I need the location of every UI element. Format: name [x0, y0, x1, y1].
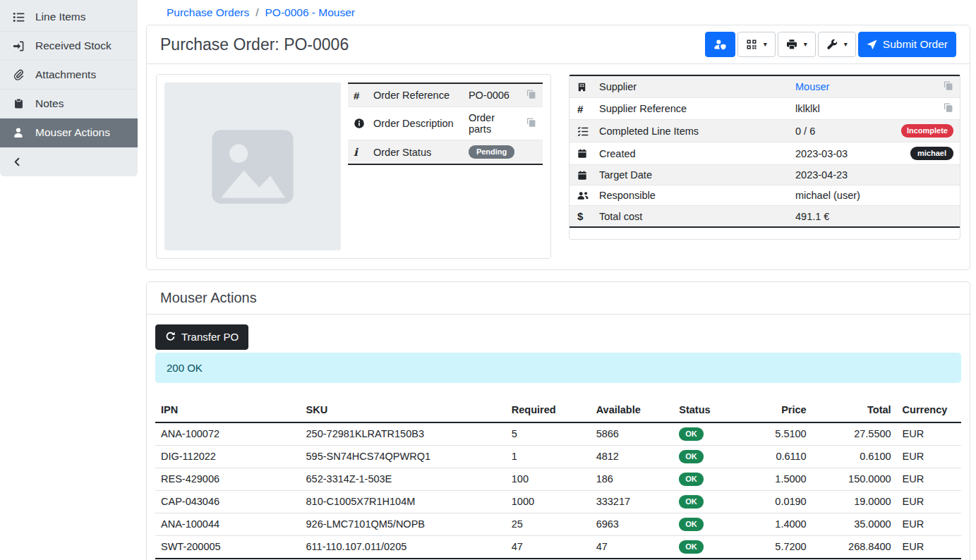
cell-currency: EUR [897, 490, 961, 513]
cell-total: 0.6100 [812, 445, 897, 468]
sidebar-item-line-items[interactable]: Line Items [0, 3, 138, 32]
detail-value: PO-0006 [464, 83, 519, 107]
calendar-icon [570, 142, 595, 165]
panel-title: Mouser Actions [147, 282, 970, 315]
sign-in-icon [12, 40, 25, 52]
cell-currency: EUR [897, 422, 961, 446]
submit-order-button[interactable]: Submit Order [858, 32, 956, 57]
cell-ipn: DIG-112022 [155, 445, 301, 468]
mouser-actions-body: Transfer PO 200 OK IPN SKU Required Avai… [147, 315, 970, 560]
detail-row-completed-line-items: Completed Line Items 0 / 6 Incomplete [570, 120, 960, 142]
cell-status: OK [673, 445, 743, 468]
cell-price: 5.7200 [744, 535, 812, 559]
transfer-po-button[interactable]: Transfer PO [155, 324, 248, 350]
cell-status: OK [673, 513, 743, 535]
purchase-order-card: Purchase Order: PO-0006 ▾ [146, 25, 970, 270]
parts-table-row: ANA-100044 926-LMC7101QM5/NOPB 25 6963 O… [155, 513, 961, 535]
cell-required: 25 [506, 513, 591, 535]
user-shield-icon [713, 39, 727, 50]
detail-label: Target Date [595, 165, 791, 185]
purchase-order-header: Purchase Order: PO-0006 ▾ [147, 25, 970, 64]
qrcode-icon [746, 39, 757, 50]
col-price: Price [744, 398, 812, 422]
col-available: Available [591, 398, 674, 422]
cell-sku: 595-SN74HCS74QPWRQ1 [301, 445, 506, 468]
supplier-link[interactable]: Mouser [795, 81, 829, 92]
order-summary-panel: # Order Reference PO-0006 Order Descript… [156, 74, 551, 259]
supplier-info-panel: Supplier Mouser # Supplier Reference lkl… [569, 74, 960, 240]
sidebar-item-attachments[interactable]: Attachments [0, 61, 138, 90]
admin-view-button[interactable] [705, 32, 735, 57]
cell-sku: 611-110.107.011/0205 [301, 535, 506, 559]
sidebar-item-notes[interactable]: Notes [0, 90, 138, 118]
parts-table: IPN SKU Required Available Status Price … [155, 398, 961, 560]
sidebar-menu: Line Items Received Stock Attachments No… [0, 0, 138, 176]
cell-available: 333217 [591, 490, 674, 513]
transfer-po-label: Transfer PO [181, 330, 239, 344]
detail-value: 491.1 € [791, 206, 875, 228]
breadcrumb-separator: / [255, 6, 258, 19]
detail-row-order-status: i Order Status Pending [348, 140, 543, 165]
status-ok-badge: OK [679, 518, 704, 531]
copy-icon[interactable] [944, 102, 953, 113]
printer-icon [786, 39, 797, 50]
parts-table-row: ANA-100072 250-72981KLRATR150B3 5 5866 O… [155, 422, 961, 446]
detail-label: Responsible [595, 185, 791, 206]
breadcrumb-current-order[interactable]: PO-0006 - Mouser [265, 6, 355, 19]
send-icon [867, 39, 877, 50]
cell-sku: 250-72981KLRATR150B3 [301, 422, 506, 446]
breadcrumb: Purchase Orders / PO-0006 - Mouser [146, 0, 970, 25]
col-required: Required [506, 398, 591, 422]
cell-available: 6963 [591, 513, 674, 535]
incomplete-badge: Incomplete [901, 124, 953, 138]
print-actions-button[interactable]: ▾ [778, 32, 816, 57]
status-alert: 200 OK [155, 353, 961, 383]
detail-value: 2023-04-23 [791, 165, 875, 185]
main-content: Purchase Orders / PO-0006 - Mouser Purch… [138, 0, 976, 560]
sidebar-item-mouser-actions[interactable]: Mouser Actions [0, 118, 138, 147]
detail-label: Order Reference [369, 83, 464, 107]
cell-ipn: CAP-043046 [155, 490, 301, 513]
barcode-actions-button[interactable]: ▾ [737, 32, 776, 57]
tools-icon [826, 39, 838, 50]
parts-table-body: ANA-100072 250-72981KLRATR150B3 5 5866 O… [155, 422, 961, 559]
parts-table-header: IPN SKU Required Available Status Price … [155, 398, 961, 422]
cell-price: 0.0190 [744, 490, 812, 513]
cell-status: OK [673, 468, 743, 490]
cell-sku: 926-LMC7101QM5/NOPB [301, 513, 506, 535]
detail-row-order-description: Order Description Order parts [348, 107, 543, 140]
detail-row-total-cost: $ Total cost 491.1 € [570, 206, 960, 228]
cell-available: 5866 [591, 422, 674, 446]
cell-price: 5.5100 [744, 422, 812, 446]
copy-icon[interactable] [944, 80, 953, 91]
detail-row-supplier: Supplier Mouser [570, 75, 960, 98]
sidebar-collapse-button[interactable] [0, 147, 138, 176]
sidebar-item-label: Received Stock [35, 39, 112, 52]
caret-down-icon: ▾ [804, 41, 807, 48]
sidebar-item-label: Mouser Actions [35, 126, 110, 139]
sidebar: Line Items Received Stock Attachments No… [0, 0, 138, 176]
cell-total: 150.0000 [812, 468, 897, 490]
image-placeholder-icon [208, 126, 297, 207]
paperclip-icon [12, 69, 25, 80]
cell-required: 47 [506, 535, 591, 559]
page-title: Purchase Order: PO-0006 [160, 35, 349, 54]
cell-status: OK [673, 422, 743, 446]
detail-label: Total cost [595, 206, 791, 228]
order-actions-button[interactable]: ▾ [818, 32, 856, 57]
hash-icon: # [348, 83, 369, 107]
order-status-badge: Pending [469, 145, 514, 159]
sidebar-item-label: Notes [35, 97, 64, 110]
parts-table-row: DIG-112022 595-SN74HCS74QPWRQ1 1 4812 OK… [155, 445, 961, 468]
sidebar-item-received-stock[interactable]: Received Stock [0, 32, 138, 61]
detail-row-responsible: Responsible michael (user) [570, 185, 960, 206]
info-circle-icon [348, 107, 369, 140]
cell-required: 1000 [506, 490, 591, 513]
col-ipn: IPN [155, 398, 301, 422]
order-image-placeholder[interactable] [164, 83, 341, 250]
copy-icon[interactable] [526, 89, 536, 99]
cell-status: OK [673, 535, 743, 559]
copy-icon[interactable] [526, 117, 536, 128]
cell-ipn: ANA-100044 [155, 513, 301, 535]
breadcrumb-purchase-orders[interactable]: Purchase Orders [167, 6, 249, 19]
